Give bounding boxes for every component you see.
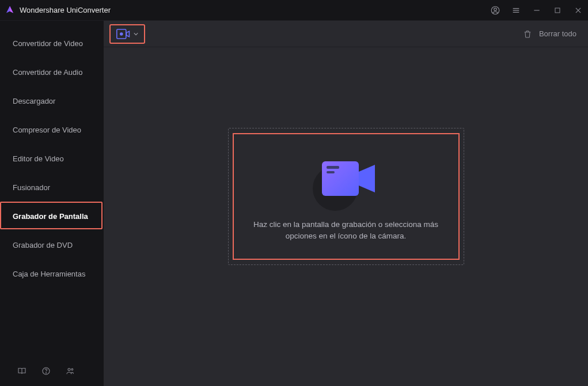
app-title: Wondershare UniConverter: [20, 6, 490, 14]
trash-icon: [523, 29, 532, 39]
sidebar-item-dvd-burner[interactable]: Grabador de DVD: [0, 230, 104, 259]
clear-all-button[interactable]: Borrar todo: [523, 29, 576, 39]
record-dropzone-highlight: Haz clic en la pantalla de grabación o s…: [233, 133, 460, 260]
svg-point-10: [45, 373, 46, 373]
sidebar-item-label: Fusionador: [13, 183, 50, 192]
toolbar: Borrar todo: [104, 21, 588, 47]
title-bar-actions: [490, 5, 583, 16]
chevron-down-icon: [134, 32, 138, 36]
sidebar-item-downloader[interactable]: Descargador: [0, 86, 104, 115]
sidebar-item-label: Caja de Herramientas: [13, 270, 85, 278]
svg-point-12: [71, 369, 73, 370]
svg-point-11: [68, 368, 70, 370]
camera-outline-icon: [116, 29, 130, 39]
account-icon[interactable]: [490, 5, 500, 16]
svg-rect-16: [327, 166, 339, 169]
sidebar: Convertidor de Video Convertidor de Audi…: [0, 21, 104, 386]
sidebar-item-video-compressor[interactable]: Compresor de Video: [0, 115, 104, 144]
clear-all-label: Borrar todo: [539, 29, 576, 38]
camera-icon: [312, 156, 381, 202]
sidebar-item-label: Convertidor de Audio: [13, 68, 82, 77]
svg-point-1: [494, 7, 497, 10]
maximize-icon[interactable]: [552, 5, 563, 16]
sidebar-item-label: Grabador de Pantalla: [13, 212, 88, 221]
help-icon[interactable]: [41, 366, 51, 376]
sidebar-item-label: Grabador de DVD: [13, 241, 73, 249]
title-bar: Wondershare UniConverter: [0, 0, 588, 21]
guide-icon[interactable]: [17, 366, 26, 376]
close-icon[interactable]: [573, 5, 583, 16]
sidebar-item-label: Editor de Video: [13, 154, 64, 163]
share-icon[interactable]: [66, 366, 75, 376]
main-panel: Borrar todo: [104, 21, 588, 386]
svg-rect-17: [327, 171, 335, 173]
sidebar-item-screen-recorder[interactable]: Grabador de Pantalla: [0, 202, 104, 230]
record-mode-dropdown[interactable]: [109, 24, 145, 44]
sidebar-item-video-converter[interactable]: Convertidor de Video: [0, 29, 104, 58]
minimize-icon[interactable]: [532, 5, 542, 16]
sidebar-item-merger[interactable]: Fusionador: [0, 173, 104, 202]
sidebar-item-label: Compresor de Video: [13, 126, 81, 134]
sidebar-item-toolbox[interactable]: Caja de Herramientas: [0, 259, 104, 288]
record-dropzone[interactable]: Haz clic en la pantalla de grabación o s…: [228, 128, 464, 265]
sidebar-item-label: Descargador: [13, 97, 55, 105]
svg-point-14: [120, 32, 123, 36]
app-logo-icon: [5, 5, 15, 16]
menu-icon[interactable]: [511, 5, 521, 16]
sidebar-item-video-editor[interactable]: Editor de Video: [0, 144, 104, 173]
svg-rect-6: [555, 8, 560, 13]
sidebar-item-audio-converter[interactable]: Convertidor de Audio: [0, 58, 104, 86]
sidebar-item-label: Convertidor de Video: [13, 39, 83, 48]
dropzone-help-text: Haz clic en la pantalla de grabación o s…: [242, 219, 450, 241]
